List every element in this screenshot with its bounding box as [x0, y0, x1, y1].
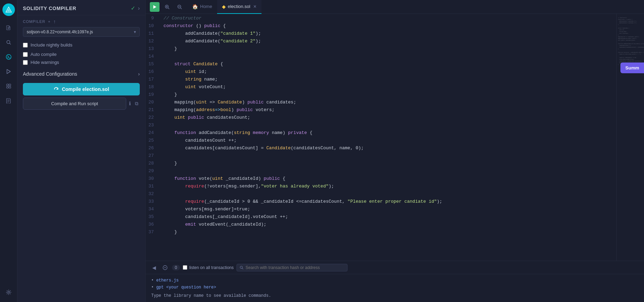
summ-button[interactable]: Summ — [620, 62, 644, 73]
script-row: Compile and Run script ℹ ⧉ — [23, 98, 140, 110]
file-tab-icon: ◆ — [222, 4, 226, 9]
transaction-count: 0 — [172, 265, 180, 270]
line-number: 27 — [148, 152, 154, 160]
svg-point-22 — [240, 266, 242, 268]
hide-warnings-checkbox[interactable] — [23, 60, 28, 65]
clear-icon[interactable] — [161, 263, 169, 272]
svg-point-11 — [8, 292, 9, 293]
auto-compile-checkbox[interactable] — [23, 52, 28, 57]
code-line — [158, 167, 616, 175]
auto-compile-label[interactable]: Auto compile — [31, 52, 57, 57]
add-compiler-icon[interactable]: + — [48, 19, 51, 24]
code-line: } — [158, 228, 616, 236]
tab-home[interactable]: 🏠 Home — [187, 0, 217, 14]
line-number: 33 — [148, 198, 154, 205]
code-line: emit votedEvent(_candidateId); — [158, 221, 616, 228]
line-number: 32 — [148, 190, 154, 198]
code-line: mapping(uint => Candidate) public candid… — [158, 99, 616, 106]
code-line: constructor () public { — [158, 22, 616, 30]
code-line: function addCandidate(string memory name… — [158, 129, 616, 137]
compile-button[interactable]: Compile election.sol — [23, 83, 140, 95]
include-nightly-label[interactable]: Include nightly builds — [31, 42, 72, 48]
line-number: 29 — [148, 167, 154, 175]
collapse-bottom-icon[interactable]: ◀ — [150, 263, 158, 272]
logo — [2, 3, 15, 16]
import-icon[interactable]: ↑ — [53, 19, 56, 24]
code-line: candidates[_candidateId].voteCount ++; — [158, 213, 616, 221]
code-line: function vote(uint _candidateId) public … — [158, 175, 616, 183]
bottom-content: • ethers.js • gpt <your question here> T… — [146, 274, 644, 302]
code-line: uint voteCount; — [158, 83, 616, 91]
close-tab-icon[interactable]: ✕ — [253, 4, 257, 9]
sidebar-header: SOLIDITY COMPILER ✓ › — [17, 0, 145, 15]
svg-marker-6 — [7, 69, 10, 74]
line-number: 20 — [148, 99, 154, 106]
line-number: 28 — [148, 160, 154, 167]
tab-election-sol[interactable]: ◆ election.sol ✕ — [217, 0, 261, 14]
listen-checkbox-row: listen on all transactions — [183, 265, 234, 270]
advanced-chevron-icon: › — [138, 71, 140, 77]
script-copy-icon[interactable]: ⧉ — [134, 99, 140, 108]
svg-line-14 — [168, 8, 170, 9]
tabs: 🏠 Home ◆ election.sol ✕ — [187, 0, 640, 14]
bottom-panel: ◀ 0 listen on all transactions • ethers.… — [146, 261, 644, 302]
compile-run-script-button[interactable]: Compile and Run script — [23, 98, 126, 110]
bottom-toolbar: ◀ 0 listen on all transactions — [146, 261, 644, 274]
ethers-link[interactable]: ethers.js — [156, 278, 179, 283]
hint-text: Type the library name to see available c… — [151, 292, 638, 299]
line-number: 17 — [148, 76, 154, 83]
line-number: 36 — [148, 221, 154, 228]
svg-line-18 — [181, 8, 182, 9]
hide-warnings-row: Hide warnings — [17, 58, 145, 66]
transaction-search-input[interactable] — [246, 265, 344, 270]
svg-line-23 — [242, 268, 243, 269]
line-number: 25 — [148, 137, 154, 144]
listen-checkbox[interactable] — [183, 265, 187, 270]
listen-label[interactable]: listen on all transactions — [189, 265, 234, 270]
svg-rect-8 — [9, 84, 11, 86]
code-line: uint public candidatesCount; — [158, 114, 616, 121]
code-line: addCandidate("candidate 2"); — [158, 37, 616, 45]
version-chevron-icon: ▾ — [134, 30, 136, 34]
hide-warnings-label[interactable]: Hide warnings — [31, 60, 59, 65]
line-number: 13 — [148, 45, 154, 53]
zoom-in-button[interactable] — [162, 2, 172, 12]
expand-icon[interactable]: › — [138, 5, 140, 11]
settings-icon[interactable] — [2, 286, 15, 299]
code-line: struct Candidate { — [158, 60, 616, 68]
zoom-out-button[interactable] — [175, 2, 184, 12]
script-info-icon[interactable]: ℹ — [128, 99, 132, 108]
files-icon[interactable] — [2, 22, 15, 34]
code-line: candidatesCount ++; — [158, 137, 616, 144]
svg-point-3 — [7, 41, 10, 44]
svg-rect-9 — [7, 86, 8, 88]
line-number: 24 — [148, 129, 154, 137]
search-icon[interactable] — [2, 36, 15, 49]
line-number: 14 — [148, 53, 154, 60]
editor-container: 9101112131415161718192021222324252627282… — [146, 14, 644, 302]
version-selector[interactable]: soljson-v0.8.22+commit.4fc1097e.js ▾ — [23, 27, 140, 37]
run-button[interactable] — [150, 2, 160, 12]
icon-rail — [0, 0, 17, 302]
line-number: 9 — [148, 15, 154, 22]
plugin-icon[interactable] — [2, 80, 15, 92]
line-number: 37 — [148, 228, 154, 236]
deploy-icon[interactable] — [2, 65, 15, 78]
editor-body: 9101112131415161718192021222324252627282… — [146, 14, 644, 261]
compiler-icon[interactable] — [2, 51, 15, 63]
transaction-search — [237, 264, 347, 271]
book-icon[interactable] — [2, 94, 15, 107]
top-bar: 🏠 Home ◆ election.sol ✕ — [146, 0, 644, 14]
svg-rect-7 — [7, 84, 8, 86]
include-nightly-checkbox[interactable] — [23, 43, 28, 48]
advanced-configurations-section[interactable]: Advanced Configurations › — [17, 66, 145, 80]
sidebar-header-icons: ✓ › — [131, 5, 140, 11]
gpt-link[interactable]: gpt <your question here> — [156, 285, 216, 290]
code-line: } — [158, 91, 616, 99]
svg-marker-12 — [153, 5, 156, 9]
code-line: // Constructor — [158, 15, 616, 22]
sidebar-title: SOLIDITY COMPILER — [23, 6, 76, 11]
code-line: mapping(address=>bool) public voters; — [158, 106, 616, 114]
check-icon: ✓ — [131, 5, 135, 11]
code-area[interactable]: // Constructorconstructor () public { ad… — [158, 14, 616, 261]
